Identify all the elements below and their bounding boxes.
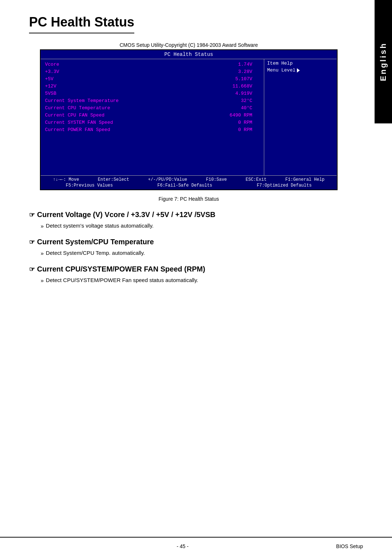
bios-row: 5VSB4.919V [44, 90, 261, 97]
bios-row-value: 1.74V [238, 62, 252, 67]
bios-body: Vcore1.74V+3.3V3.28V+5V5.107V+12V11.668V… [41, 59, 337, 175]
bios-row-label: +5V [45, 76, 53, 82]
bios-row-label: Current SYSTEM FAN Speed [45, 120, 113, 125]
bios-row-label: Current CPU Temperature [45, 105, 110, 111]
bios-container: CMOS Setup Utility-Copyright (C) 1984-20… [40, 42, 338, 190]
bios-row-value: 40°C [241, 105, 252, 111]
menu-level-arrow [297, 68, 300, 73]
bios-footer-row1: ↑↓→←: MoveEnter:Select+/-/PU/PD:ValueF10… [44, 177, 334, 182]
bios-row-value: 6490 RPM [230, 113, 252, 118]
bios-row: Current System Temperature32°C [44, 97, 261, 104]
bios-footer-row2: F5:Previous ValuesF6:Fail-Safe DefaultsF… [44, 183, 334, 188]
footer-row2-item: F6:Fail-Safe Defaults [158, 183, 212, 188]
section-heading-fan: ☞Current CPU/SYSTEM/POWER FAN Speed (RPM… [29, 265, 348, 273]
section-heading-voltage: ☞Current Voltage (V) Vcore / +3.3V / +5V… [29, 211, 348, 219]
bios-help: Item Help Menu Level [264, 59, 337, 175]
bios-row-label: +12V [45, 83, 56, 89]
section-bullet: ☞ [29, 211, 35, 219]
bios-row-value: 0 RPM [238, 120, 252, 125]
bios-row-label: Vcore [45, 62, 59, 67]
bios-row: Current CPU FAN Speed6490 RPM [44, 112, 261, 119]
section-bullet: ☞ [29, 265, 35, 273]
bios-row-label: Current POWER FAN Speed [45, 127, 110, 132]
section-desc-voltage: »Detect system's voltage status automati… [41, 223, 348, 229]
section-desc-fan: »Detect CPU/SYSTEM/POWER Fan speed statu… [41, 277, 348, 283]
double-arrow-icon: » [41, 277, 44, 283]
bios-row: Current CPU Temperature40°C [44, 105, 261, 111]
bios-main: Vcore1.74V+3.3V3.28V+5V5.107V+12V11.668V… [41, 59, 264, 175]
main-content: PC Health Status CMOS Setup Utility-Copy… [0, 0, 392, 310]
footer-right: BIOS Setup [336, 543, 363, 549]
bios-row: +12V11.668V [44, 83, 261, 90]
page-title: PC Health Status [29, 15, 134, 33]
section-heading-text: Current CPU/SYSTEM/POWER FAN Speed (RPM) [37, 265, 205, 273]
section-desc-text: Detect System/CPU Temp. automatically. [46, 250, 145, 256]
bios-footer: ↑↓→←: MoveEnter:Select+/-/PU/PD:ValueF10… [41, 175, 337, 189]
footer-row1-item: +/-/PU/PD:Value [148, 177, 187, 182]
figure-caption: Figure 7: PC Health Status [29, 196, 348, 202]
double-arrow-icon: » [41, 250, 44, 256]
bios-title-bar: PC Health Status [41, 50, 337, 59]
bios-row-label: 5VSB [45, 91, 56, 96]
bios-help-menu: Menu Level [267, 68, 334, 73]
english-label: English [379, 42, 388, 81]
bios-row-value: 5.107V [235, 76, 252, 82]
sections-container: ☞Current Voltage (V) Vcore / +3.3V / +5V… [29, 211, 348, 283]
section-heading-text: Current Voltage (V) Vcore / +3.3V / +5V … [37, 211, 216, 219]
section-bullet: ☞ [29, 238, 35, 246]
bios-help-title: Item Help [267, 61, 334, 66]
footer-row1-item: ↑↓→←: Move [53, 177, 79, 182]
bios-row-value: 11.668V [232, 83, 252, 89]
bios-row: Vcore1.74V [44, 61, 261, 68]
section-desc-temperature: »Detect System/CPU Temp. automatically. [41, 250, 348, 256]
bios-row-value: 32°C [241, 98, 252, 103]
section-desc-text: Detect system's voltage status automatic… [46, 223, 154, 229]
bios-row: +3.3V3.28V [44, 68, 261, 75]
bios-screen: PC Health Status Vcore1.74V+3.3V3.28V+5V… [40, 49, 338, 190]
footer-row1-item: F1:General Help [285, 177, 324, 182]
bios-copyright: CMOS Setup Utility-Copyright (C) 1984-20… [40, 42, 338, 48]
double-arrow-icon: » [41, 223, 44, 229]
english-tab: English [375, 0, 392, 123]
section-desc-text: Detect CPU/SYSTEM/POWER Fan speed status… [46, 277, 198, 283]
bios-row-label: +3.3V [45, 69, 59, 74]
section-heading-text: Current System/CPU Temperature [37, 238, 154, 246]
bios-row-label: Current System Temperature [45, 98, 119, 103]
footer-center: - 45 - [177, 543, 189, 549]
footer-row1-item: ESC:Exit [246, 177, 267, 182]
footer-row1-item: F10:Save [206, 177, 227, 182]
bios-row-value: 0 RPM [238, 127, 252, 132]
bios-row: Current SYSTEM FAN Speed0 RPM [44, 119, 261, 126]
footer-row2-item: F5:Previous Values [66, 183, 113, 188]
section-heading-temperature: ☞Current System/CPU Temperature [29, 238, 348, 246]
bios-row: Current POWER FAN Speed0 RPM [44, 126, 261, 133]
footer-row2-item: F7:Optimized Defaults [257, 183, 311, 188]
bios-row-value: 4.919V [235, 91, 252, 96]
menu-level-label: Menu Level [267, 68, 295, 73]
footer-row1-item: Enter:Select [98, 177, 129, 182]
footer-bar: - 45 - BIOS Setup [0, 537, 392, 555]
bios-row: +5V5.107V [44, 76, 261, 82]
bios-row-label: Current CPU FAN Speed [45, 113, 105, 118]
bios-row-value: 3.28V [238, 69, 252, 74]
